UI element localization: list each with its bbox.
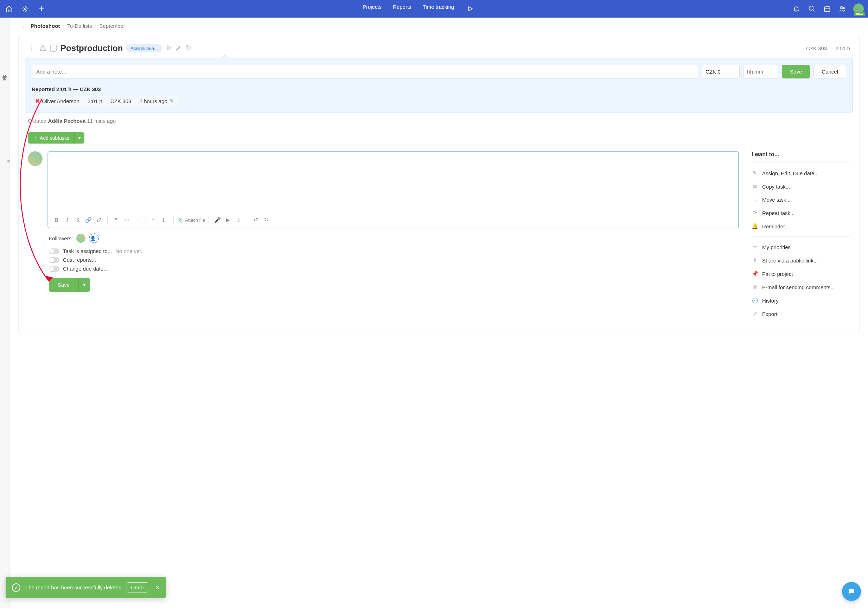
action-priorities[interactable]: ☆My priorities [752,240,850,254]
nav-reports[interactable]: Reports [393,4,411,14]
action-export[interactable]: ↗Export [752,307,850,321]
toast-notification: ✓ The report has been successfully delet… [6,577,166,598]
user-avatar[interactable]: TRIAL [853,3,864,14]
undo-button[interactable]: Undo [127,582,149,592]
arrow-right-icon: → [752,197,758,203]
note-input[interactable] [32,65,698,79]
cost-toggle-label: Cost reports... [63,257,96,263]
collapse-arrow-icon[interactable]: ◀ [6,158,9,163]
action-repeat[interactable]: ⟳Repeat task... [752,206,850,220]
repeat-icon: ⟳ [752,210,758,216]
home-icon[interactable] [4,4,14,14]
nav-projects[interactable]: Projects [363,4,381,14]
action-assign-edit[interactable]: ✎Assign, Edit, Due date... [752,166,850,180]
assign-toggle[interactable] [49,248,59,254]
task-menu-icon[interactable]: ⋮ [28,45,36,51]
svg-marker-1 [469,7,473,11]
play-outline-icon[interactable] [166,45,172,52]
time-input[interactable] [743,65,778,79]
comment-editor[interactable]: B I S 🔗 🖍 ❝ <> [48,151,739,228]
task-checkbox[interactable] [50,45,57,52]
star-icon: ☆ [752,244,758,250]
italic-icon[interactable]: I [62,215,72,225]
attach-file-button[interactable]: 📎 Attach file [177,217,205,223]
svg-rect-3 [825,7,830,11]
play-icon[interactable] [465,4,475,14]
save-comment-button[interactable]: Save [49,278,78,292]
follower-avatar[interactable] [76,234,85,243]
save-comment-dropdown[interactable]: ▾ [78,278,90,292]
link-icon[interactable]: 🔗 [83,215,93,225]
warning-triangle-icon[interactable] [39,44,46,53]
pin-icon: 📌 [752,271,758,277]
money-input[interactable] [702,65,739,79]
undo-icon[interactable]: ↺ [251,215,260,225]
task-money: CZK 303 [806,45,827,51]
action-email[interactable]: ✉E-mail for sending comments... [752,281,850,294]
gear-icon[interactable] [20,4,30,14]
mic-icon[interactable]: 🎤 [212,215,222,225]
followers-label: Followers: [49,236,73,241]
svg-point-7 [187,46,188,47]
mail-icon: ✉ [752,284,758,290]
add-subtasks-button[interactable]: ＋Add subtasks [28,132,74,144]
comment-textarea[interactable] [48,152,738,212]
breadcrumb-project[interactable]: Photoshoot [31,23,60,29]
reported-entry: ✖ Oliver Anderson — 2:01 h — CZK 303 — 2… [32,96,178,106]
cancel-report-button[interactable]: Cancel [814,65,846,79]
bold-icon[interactable]: B [52,215,62,225]
comment-author-avatar [28,151,43,166]
action-share[interactable]: ⇪Share via a public link... [752,254,850,267]
delete-report-icon[interactable]: ✖ [35,98,40,104]
time-report-panel: Save Cancel Reported 2:01 h — CZK 303 ✖ … [25,58,853,113]
calendar-icon[interactable] [822,4,832,14]
plus-icon[interactable] [37,4,46,14]
svg-marker-6 [167,46,171,50]
copy-icon: ⧉ [752,183,758,190]
due-toggle[interactable] [49,266,59,271]
assign-toggle-value: No one yet. [115,248,143,254]
toast-message: The report has been successfully deleted [25,585,122,590]
breadcrumb: ⋮ Photoshoot › To-Do lists › September [10,18,868,34]
tag-icon[interactable] [185,45,192,52]
nav-time-tracking[interactable]: Time tracking [423,4,454,14]
code-icon[interactable]: <> [122,215,132,225]
chat-widget-button[interactable] [842,582,861,601]
action-reminder[interactable]: 🔔Reminder... [752,220,850,233]
task-hours: 2:01 h [835,45,850,51]
assign-due-pill[interactable]: Assign/Due... [126,44,162,53]
bullet-list-icon[interactable]: •≡ [149,215,159,225]
emoji-icon[interactable]: ☺ [234,215,243,225]
add-subtasks-dropdown[interactable]: ▾ [74,132,84,144]
divider [752,236,850,237]
search-icon[interactable] [807,4,817,14]
pencil-icon[interactable] [175,45,182,52]
help-tab[interactable]: Help [0,70,9,88]
task-card: ⋮ Postproduction Assign/Due... CZK 303 2… [18,34,860,335]
cost-toggle[interactable] [49,257,59,263]
svg-point-2 [809,6,814,11]
video-icon[interactable]: ▶ [223,215,233,225]
strike-icon[interactable]: S [73,215,83,225]
add-follower-button[interactable]: 👤⁺ [89,233,99,243]
trial-badge: TRIAL [854,12,865,16]
action-pin[interactable]: 📌Pin to project [752,267,850,281]
bell-icon[interactable] [791,4,801,14]
close-toast-icon[interactable]: ✕ [155,585,160,591]
redo-icon[interactable]: ↻ [261,215,271,225]
assign-toggle-label: Task is assigned to... [63,248,112,254]
number-list-icon[interactable]: 1≡ [160,215,170,225]
hr-icon[interactable]: ≡ [132,215,142,225]
top-navbar: Projects Reports Time tracking TRIAL [0,0,868,18]
quote-icon[interactable]: ❝ [111,215,121,225]
save-report-button[interactable]: Save [782,65,810,79]
breadcrumb-list[interactable]: To-Do lists [67,23,92,29]
edit-report-icon[interactable]: ✎ [169,98,174,104]
breadcrumb-menu-icon[interactable]: ⋮ [20,23,28,29]
action-move[interactable]: →Move task... [752,193,850,206]
action-copy[interactable]: ⧉Copy task... [752,180,850,193]
breadcrumb-month[interactable]: September [99,23,125,29]
action-history[interactable]: 🕘History [752,294,850,307]
people-icon[interactable] [838,4,848,14]
highlight-icon[interactable]: 🖍 [94,215,104,225]
